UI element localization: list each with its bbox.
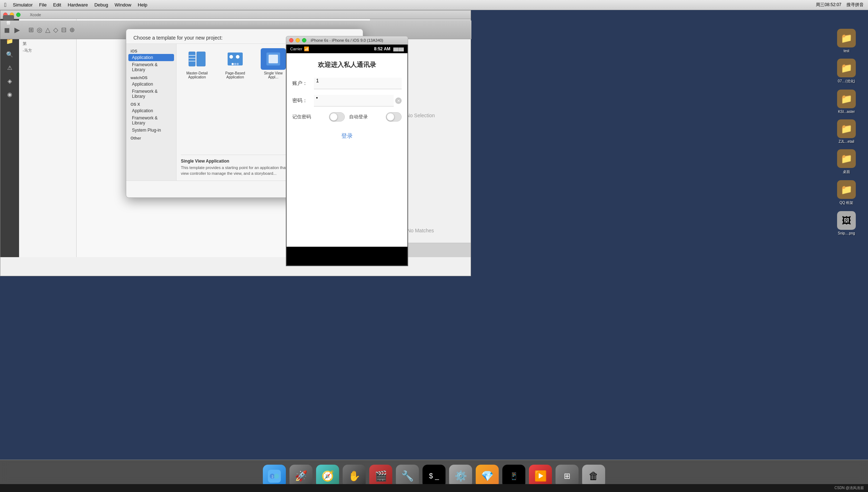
sidebar-search-icon[interactable]: 🔍 <box>6 51 13 58</box>
image-snip-icon: 🖼 <box>837 211 856 230</box>
sidebar-section-other: Other <box>126 134 176 141</box>
sidebar-item-osx-plugin[interactable]: System Plug-in <box>126 127 176 134</box>
menu-edit[interactable]: Edit <box>53 2 61 8</box>
sidebar-item-watchos-fw[interactable]: Framework & Library <box>126 88 176 100</box>
window-title: Xcode <box>30 13 41 17</box>
sim-account-input[interactable]: 1 <box>314 78 402 89</box>
status-text: CSDN @清风清眉 <box>835 486 864 491</box>
sim-battery-icon: ▓▓▓▓ <box>393 47 404 51</box>
svg-point-6 <box>232 63 234 65</box>
sim-clear-button[interactable]: ✕ <box>395 97 402 104</box>
menubar:  Simulator File Edit Hardware Debug Win… <box>0 0 868 10</box>
sidebar-item-framework[interactable]: Framework & Library <box>126 61 176 73</box>
stop-button[interactable]: ◼ <box>4 26 10 34</box>
desktop-icon-ksi[interactable]: 📁 KSI...aster <box>832 90 861 114</box>
folder-zjl-icon: 📁 <box>837 119 856 138</box>
menu-hardware[interactable]: Hardware <box>68 2 88 8</box>
folder-ksi-icon: 📁 <box>837 90 856 108</box>
page-based-icon-wrap <box>223 48 248 70</box>
sim-password-input[interactable]: • <box>314 95 394 106</box>
sidebar-item-osx-fw[interactable]: Framework & Library <box>126 114 176 127</box>
desktop-icon-snip-label: Snip....png <box>838 231 855 235</box>
desktop-icon-test[interactable]: 📁 test <box>832 29 861 53</box>
pause-button[interactable]: 暂停 <box>3 15 14 20</box>
folder-test-icon: 📁 <box>837 29 856 47</box>
project-navigator: pp loads 马iOS 第 -马方 <box>19 19 77 257</box>
video-icon: 🎬 <box>375 470 387 482</box>
sidebar-item-watchos-app[interactable]: Application <box>126 81 176 88</box>
toolbar-icon-5: ⊟ <box>61 26 67 34</box>
template-label-pb: Page-BasedApplication <box>225 71 245 79</box>
launchpad-icon: 🚀 <box>295 470 307 482</box>
master-detail-icon-wrap <box>184 48 210 70</box>
sidebar-item-application[interactable]: Application <box>128 54 174 61</box>
left-sidebar-icons: ☰ 📁 🔍 ⚠ ◈ ◉ <box>0 19 19 257</box>
menu-window[interactable]: Window <box>115 2 131 8</box>
template-single-view[interactable]: Single ViewAppl... <box>257 48 289 155</box>
play-button[interactable]: ▶ <box>14 26 20 34</box>
master-detail-icon <box>188 51 206 67</box>
toolbar-icon-4: ◇ <box>53 26 58 34</box>
sidebar-test-icon[interactable]: ◈ <box>8 78 12 85</box>
sim-password-row: 密码： • ✕ <box>292 95 402 106</box>
svg-rect-0 <box>189 52 195 66</box>
toolbar-icon-6: ⊕ <box>69 26 75 34</box>
safari-icon: 🧭 <box>321 470 334 482</box>
sidebar-debug-icon[interactable]: ◉ <box>7 91 12 98</box>
sim-status-bar: Carrier 📶 8:52 AM ▓▓▓▓ <box>287 45 407 53</box>
template-page-based[interactable]: Page-BasedApplication <box>219 48 251 155</box>
ios-dev-icon: 📱 <box>510 472 518 480</box>
sim-account-label: 账户： <box>292 80 314 87</box>
sim-phone: Carrier 📶 8:52 AM ▓▓▓▓ 欢迎进入私人通讯录 账户： 1 密… <box>286 45 408 266</box>
terminal-icon: $ _ <box>429 472 439 480</box>
bottom-status: CSDN @清风清眉 <box>0 484 868 492</box>
sim-login-button[interactable]: 登录 <box>341 132 353 140</box>
toolbar-icon-2: ◎ <box>37 26 42 34</box>
apple-menu[interactable]:  <box>4 2 6 8</box>
sim-titlebar: iPhone 6s - iPhone 6s / iOS 9.0 (13A340) <box>286 36 408 45</box>
desktop-icon-zjl[interactable]: 📁 ZJL...etail <box>832 119 861 144</box>
prefs-icon: ⚙️ <box>454 470 467 482</box>
folder-desktop-icon: 📁 <box>837 149 856 168</box>
menu-help[interactable]: Help <box>138 2 147 8</box>
svg-point-7 <box>234 63 236 65</box>
sidebar-warn-icon[interactable]: ⚠ <box>7 64 12 71</box>
desktop-icon-desktop[interactable]: 📁 桌面 <box>832 149 861 174</box>
sim-password-value: • <box>316 95 318 101</box>
desktop-icon-zjl-label: ZJL...etail <box>839 140 854 144</box>
sim-toggles-row: 记住密码 自动登录 <box>292 112 402 122</box>
maximize-button[interactable] <box>16 13 20 17</box>
sim-time: 8:52 AM <box>374 46 390 51</box>
svg-point-10 <box>236 55 239 59</box>
sim-close-button[interactable] <box>289 38 293 42</box>
sim-remember-knob <box>330 113 338 121</box>
sim-remember-toggle[interactable] <box>329 112 345 122</box>
sim-account-row: 账户： 1 <box>292 78 402 89</box>
tools-icon: 🔧 <box>401 470 414 482</box>
sim-password-label: 密码： <box>292 97 314 104</box>
sim-home-bar[interactable] <box>287 247 407 265</box>
folder-07-icon: 📁 <box>837 59 856 77</box>
sidebar-section-ios: iOS <box>126 47 176 54</box>
menu-search[interactable]: 搜寻拼音 <box>846 2 864 8</box>
desktop-icon-07[interactable]: 📁 07…(优化) <box>832 59 861 84</box>
menu-debug[interactable]: Debug <box>94 2 108 8</box>
menu-simulator[interactable]: Simulator <box>13 2 33 8</box>
gesture-icon: ✋ <box>348 470 361 482</box>
sim-account-value: 1 <box>316 78 319 83</box>
sidebar-item-osx-app[interactable]: Application <box>126 107 176 114</box>
sim-min-button[interactable] <box>296 38 300 42</box>
desktop-icon-snip[interactable]: 🖼 Snip....png <box>832 211 861 235</box>
toolbar-icon-3: △ <box>45 26 50 34</box>
multi-icon: ⊞ <box>564 472 570 481</box>
desktop-icon-qq[interactable]: 📁 QQ 框架 <box>832 180 861 205</box>
template-master-detail[interactable]: Master-DetailApplication <box>181 48 213 155</box>
desktop-icon-07-label: 07…(优化) <box>838 79 855 84</box>
menu-file[interactable]: File <box>39 2 47 8</box>
sim-max-button[interactable] <box>302 38 306 42</box>
sim-autologin-toggle[interactable] <box>386 112 402 122</box>
sim-autologin-knob <box>387 113 394 121</box>
svg-text::): :) <box>271 475 273 478</box>
simulator-window: iPhone 6s - iPhone 6s / iOS 9.0 (13A340)… <box>286 36 408 266</box>
template-label-md: Master-DetailApplication <box>186 71 207 79</box>
